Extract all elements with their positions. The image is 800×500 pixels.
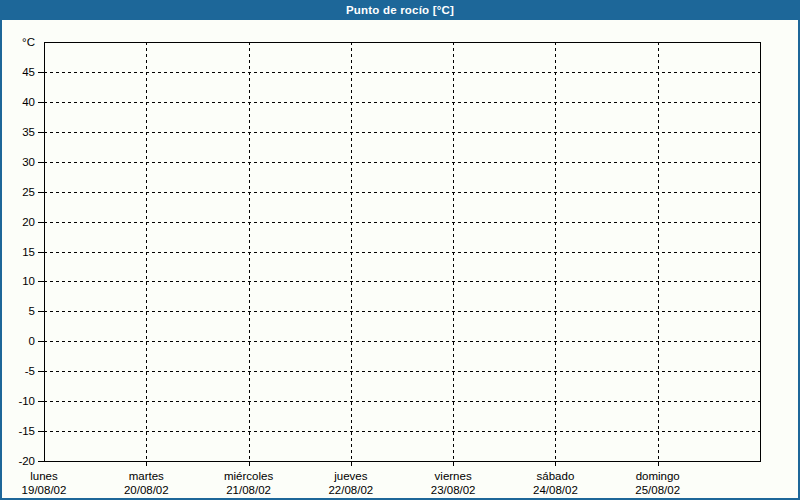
x-axis-date-label: 20/08/02	[124, 484, 169, 496]
chart-canvas: °C454035302520151050-5-10-15-20lunes19/0…	[0, 0, 800, 500]
y-axis-label: °C	[22, 36, 35, 48]
y-axis-label: 5	[29, 305, 35, 317]
x-axis-day-label: martes	[129, 470, 164, 482]
x-axis-day-label: miércoles	[224, 470, 273, 482]
x-axis-date-label: 24/08/02	[533, 484, 578, 496]
y-axis-label: 25	[22, 186, 35, 198]
y-axis-label: 30	[22, 156, 35, 168]
plot-border	[45, 43, 761, 462]
y-axis-label: 10	[22, 275, 35, 287]
y-axis-label: 0	[29, 335, 35, 347]
y-axis-label: 40	[22, 96, 35, 108]
y-axis-label: -15	[18, 425, 35, 437]
x-axis-day-label: lunes	[30, 470, 58, 482]
title-bar: Punto de rocío [°C]	[0, 0, 800, 20]
x-axis-date-label: 21/08/02	[226, 484, 271, 496]
y-axis-label: 15	[22, 246, 35, 258]
weather-chart-window: °C454035302520151050-5-10-15-20lunes19/0…	[0, 0, 800, 500]
x-axis-day-label: sábado	[537, 470, 575, 482]
y-axis-label: -5	[25, 365, 35, 377]
x-axis-date-label: 19/08/02	[22, 484, 67, 496]
y-axis-label: -10	[18, 395, 35, 407]
chart-title: Punto de rocío [°C]	[346, 4, 454, 16]
x-axis-day-label: viernes	[435, 470, 472, 482]
y-axis-label: 35	[22, 126, 35, 138]
x-axis-day-label: domingo	[636, 470, 680, 482]
x-axis-date-label: 25/08/02	[635, 484, 680, 496]
x-axis-date-label: 22/08/02	[328, 484, 373, 496]
y-axis-label: 20	[22, 216, 35, 228]
y-axis-label: 45	[22, 66, 35, 78]
y-axis-label: -20	[18, 455, 35, 467]
x-axis-day-label: jueves	[333, 470, 367, 482]
x-axis-date-label: 23/08/02	[431, 484, 476, 496]
